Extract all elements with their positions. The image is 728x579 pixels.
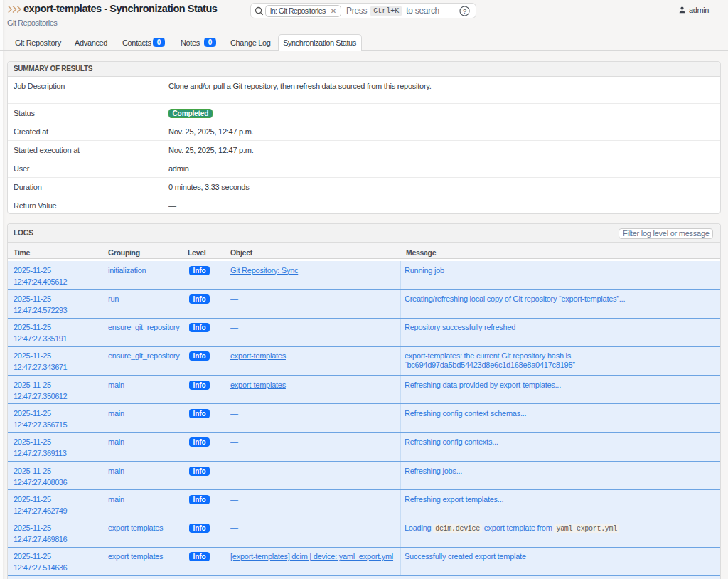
svg-text:?: ? (463, 7, 466, 14)
